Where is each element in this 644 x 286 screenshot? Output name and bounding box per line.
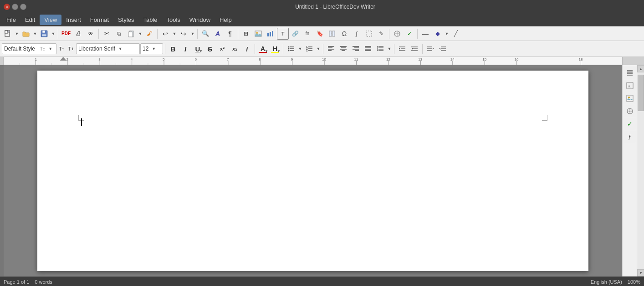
sidebar-styles-button[interactable]: A	[624, 80, 636, 92]
menu-insert[interactable]: Insert	[61, 15, 86, 25]
menu-styles[interactable]: Styles	[113, 15, 138, 25]
redo-dropdown[interactable]: ▼	[190, 28, 195, 40]
insert-textbox-button[interactable]: T	[277, 28, 289, 40]
unordered-list-dropdown[interactable]: ▼	[297, 43, 303, 55]
annotation-button[interactable]: ✎	[375, 28, 387, 40]
print-preview-button[interactable]: 👁	[85, 28, 97, 40]
sidebar-properties-button[interactable]	[624, 67, 636, 79]
menu-window[interactable]: Window	[185, 15, 215, 25]
undo-dropdown[interactable]: ▼	[172, 28, 177, 40]
svg-rect-5	[42, 34, 46, 36]
scroll-track[interactable]	[637, 72, 644, 269]
insert-table-button[interactable]: ⊞	[240, 28, 252, 40]
menu-view[interactable]: View	[40, 15, 61, 25]
ltr-button[interactable]	[424, 43, 436, 55]
svg-rect-72	[4, 57, 622, 65]
save-button[interactable]	[38, 28, 50, 40]
insert-line-button[interactable]: —	[419, 28, 431, 40]
style-dropdown[interactable]: Default Style T↕ ▼	[2, 43, 56, 54]
underline-button[interactable]: U ▼	[192, 43, 204, 55]
spellcheck-button[interactable]: ✓	[404, 28, 415, 40]
rtl-button[interactable]	[437, 43, 449, 55]
font-size-dropdown[interactable]: 12 ▼	[140, 43, 163, 54]
subscript-button[interactable]: x₂	[229, 43, 240, 55]
line-spacing-dropdown[interactable]: ▼	[387, 43, 392, 55]
close-button[interactable]: ×	[4, 4, 10, 10]
new-dropdown[interactable]: ▼	[14, 28, 20, 40]
menu-edit[interactable]: Edit	[20, 15, 40, 25]
italic-button[interactable]: I	[179, 43, 191, 55]
paste-button[interactable]	[125, 28, 137, 40]
document-area[interactable]	[4, 65, 622, 276]
svg-marker-54	[377, 46, 378, 47]
sidebar-function-button[interactable]: ƒ	[624, 131, 636, 143]
redo-button[interactable]: ↪	[178, 28, 189, 40]
decrease-indent-button[interactable]	[409, 43, 420, 55]
menu-tools[interactable]: Tools	[162, 15, 184, 25]
maximize-button[interactable]	[20, 4, 26, 10]
sidebar-navigator-button[interactable]	[624, 105, 636, 117]
bold-button[interactable]: B	[167, 43, 179, 55]
font-dropdown[interactable]: Liberation Serif ▼	[76, 43, 140, 54]
fmt-sep-2	[255, 44, 255, 54]
save-dropdown[interactable]: ▼	[51, 28, 56, 40]
align-right-button[interactable]	[350, 43, 362, 55]
align-justify-button[interactable]	[362, 43, 374, 55]
formatting-marks-button[interactable]: ¶	[224, 28, 236, 40]
update-style-button[interactable]: T↑	[57, 43, 66, 55]
ordered-list-button[interactable]: 1.2.3.	[303, 43, 315, 55]
line-spacing-button[interactable]	[374, 43, 386, 55]
clone-format-button[interactable]: 🖌	[143, 28, 155, 40]
find-button[interactable]: 🔍	[199, 28, 211, 40]
menu-format[interactable]: Format	[86, 15, 113, 25]
cut-button[interactable]: ✂	[101, 28, 112, 40]
insert-image-button[interactable]	[252, 28, 264, 40]
sidebar-gallery-button[interactable]	[624, 92, 636, 104]
align-left-button[interactable]	[325, 43, 337, 55]
special-char-button[interactable]: Ω	[338, 28, 350, 40]
navigator-button[interactable]	[391, 28, 403, 40]
font-color-button[interactable]: A ▼	[257, 43, 269, 55]
ruler-right-margin	[622, 57, 637, 65]
draw-line-button[interactable]: ╱	[450, 28, 462, 40]
document-page[interactable]	[37, 71, 588, 271]
scroll-up-button[interactable]: ▲	[637, 65, 644, 72]
undo-button[interactable]: ↩	[159, 28, 171, 40]
superscript-button[interactable]: x²	[216, 43, 228, 55]
paste-dropdown[interactable]: ▼	[138, 28, 143, 40]
shapes-dropdown[interactable]: ▼	[444, 28, 450, 40]
insert-chart-button[interactable]	[265, 28, 276, 40]
new-button[interactable]	[2, 28, 14, 40]
formula-button[interactable]: ∫	[351, 28, 363, 40]
shapes-button[interactable]: ◆	[432, 28, 444, 40]
menu-help[interactable]: Help	[215, 15, 236, 25]
scroll-thumb[interactable]	[638, 75, 644, 111]
insert-bookmark-button[interactable]: 🔖	[314, 28, 326, 40]
insert-footnote-button[interactable]: fn	[302, 28, 313, 40]
italic2-button[interactable]: I	[241, 43, 253, 55]
unordered-list-button[interactable]	[285, 43, 297, 55]
export-pdf-button[interactable]: PDF	[60, 28, 72, 40]
sidebar-check-button[interactable]: ✓	[624, 118, 636, 130]
new-style-button[interactable]: T+	[66, 43, 76, 55]
svg-text:12: 12	[386, 57, 390, 61]
vertical-scrollbar[interactable]: ▲ ▼	[637, 65, 644, 276]
ordered-list-dropdown[interactable]: ▼	[316, 43, 321, 55]
minimize-button[interactable]: −	[12, 4, 18, 10]
svg-text:3.: 3.	[306, 49, 308, 52]
insert-hyperlink-button[interactable]: 🔗	[289, 28, 301, 40]
menu-file[interactable]: File	[2, 15, 20, 25]
increase-indent-button[interactable]	[396, 43, 408, 55]
insert-pagebreak-button[interactable]	[326, 28, 338, 40]
copy-button[interactable]: ⧉	[113, 28, 125, 40]
print-button[interactable]: 🖨	[72, 28, 84, 40]
menu-table[interactable]: Table	[138, 15, 162, 25]
open-button[interactable]	[20, 28, 32, 40]
fontwork-button[interactable]: A	[212, 28, 224, 40]
strikethrough-button[interactable]: S	[204, 43, 216, 55]
align-center-button[interactable]	[337, 43, 349, 55]
frame-button[interactable]	[363, 28, 375, 40]
open-dropdown[interactable]: ▼	[32, 28, 38, 40]
highlight-color-button[interactable]: H ▼	[269, 43, 281, 55]
scroll-down-button[interactable]: ▼	[637, 269, 644, 276]
